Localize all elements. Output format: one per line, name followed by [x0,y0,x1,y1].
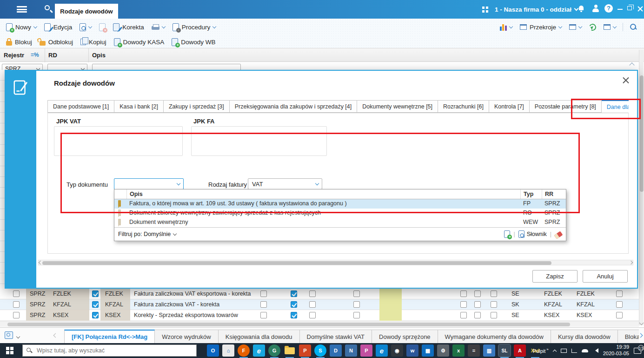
dropdown-col-opis[interactable]: Opis [126,189,520,199]
soneta-app-icon[interactable]: SL [498,344,511,357]
help-icon[interactable] [604,4,613,13]
network-tray-icon[interactable] [571,349,577,353]
save-button[interactable]: Zapisz [532,270,578,283]
tab-dane-dla-jpk[interactable]: Dane dla JPK [9] [602,100,629,113]
row-checkbox[interactable] [491,290,497,297]
show-hidden-icons-chevron[interactable] [552,349,556,353]
word-icon[interactable]: w [406,344,418,357]
paint-icon[interactable]: P [360,344,372,357]
calculator-icon[interactable]: = [468,344,480,357]
filter-icon[interactable] [31,52,39,58]
tab-dane-podstawowe[interactable]: Dane podstawowe [1] [47,100,114,113]
bottom-tab-wzorce-wydrukow[interactable]: Wzorce wydruków [155,330,218,344]
row-checkbox[interactable] [474,312,481,318]
close-button[interactable] [637,6,643,12]
dropdown-col-rr[interactable]: RR [542,189,566,199]
powerpoint-icon[interactable]: P [299,344,311,357]
outlook-icon[interactable]: O [207,344,219,357]
slownik-button[interactable]: Słownik [527,231,547,237]
globe-app-icon[interactable]: G [268,344,280,357]
desktop-toolbar-label[interactable]: Pulpit» [533,347,549,354]
dropdown-row[interactable]: Faktura, o której mowa w art. 109 ust. 3… [114,199,566,209]
notes-icon[interactable]: N [345,344,357,357]
notifications-bell-icon[interactable] [578,5,585,13]
checkbox-checked[interactable] [291,312,297,318]
row-checkbox[interactable] [353,301,360,308]
restore-button[interactable] [627,6,632,10]
dialog-horizontal-scrollbar[interactable] [38,260,633,265]
row-checkbox[interactable] [13,301,20,308]
table-row[interactable]: SPRZ KFZAL KFZAL Faktura zaliczkowa VAT … [0,299,639,310]
typ-dokumentu-combo[interactable] [114,178,184,189]
internet-explorer-icon[interactable]: e [253,344,265,357]
user-profile-icon[interactable] [592,5,599,12]
tab-pozostale-parametry[interactable]: Pozostałe parametry [8] [530,100,602,113]
unlock-button[interactable]: Odblokuj [36,36,76,48]
checkbox-checked[interactable] [291,301,297,308]
copy-button[interactable]: Kopiuj [77,36,110,48]
tab-kontrola[interactable]: Kontrola [7] [489,100,530,113]
dropdown-row[interactable]: Dokument wewnętrzny WEW SPRZ [114,218,566,227]
clear-icon[interactable] [554,231,563,239]
vertical-scrollbar[interactable] [639,50,644,325]
dictionary-search-icon[interactable] [518,230,524,238]
row-checkbox[interactable] [616,301,623,308]
scroll-tabs-right-arrow[interactable] [638,333,643,338]
dropdown-col-typ[interactable]: Typ [520,189,542,199]
row-checkbox[interactable] [13,312,20,318]
firefox-icon[interactable]: F [238,344,250,357]
column-header-opis[interactable]: Opis [92,52,106,59]
search-panel-icon[interactable] [5,331,13,339]
dialog-close-icon[interactable] [622,76,630,84]
cancel-button[interactable]: Anuluj [583,270,628,283]
start-button[interactable] [6,347,13,354]
row-checkbox[interactable] [260,301,267,308]
excel-icon[interactable]: x [452,344,465,357]
open-module-tab[interactable]: Rodzaje dowodów [55,4,118,19]
file-explorer-icon[interactable] [284,344,296,357]
collapse-toolbar-icon[interactable] [627,61,637,67]
edit-button[interactable]: Edycja [41,21,76,33]
row-checkbox[interactable] [474,290,481,297]
checkbox-checked[interactable] [92,312,99,318]
row-checkbox[interactable] [474,301,481,308]
lock-button[interactable]: Blokuj [3,36,35,48]
row-checkbox[interactable] [460,290,467,297]
scrollbar-thumb[interactable] [640,75,644,192]
display-tray-icon[interactable] [561,349,567,353]
tab-zakupy-i-sprzedaz[interactable]: Zakupy i sprzedaż [3] [164,100,230,113]
column-header-rejestr[interactable]: Rejestr [4,52,24,59]
tab-przeksiegowania[interactable]: Przeksięgowania dla zakupów i sprzedaży … [230,100,358,113]
report-app-icon[interactable]: ▥ [483,344,495,357]
apps-grid-icon[interactable] [482,7,488,13]
bottom-tab-kursy[interactable]: Kursy dla dowodów [551,330,618,344]
column-header-rd[interactable]: RD [48,52,57,59]
taskbar-search[interactable] [22,344,197,357]
row-checkbox[interactable] [353,312,360,318]
action-center-icon[interactable]: 13 [634,348,641,354]
scroll-left-arrow[interactable] [39,261,42,264]
scroll-right-arrow[interactable] [629,261,633,264]
tab-dokumenty-wewnetrzne[interactable]: Dokumenty wewnętrzne [5] [357,100,438,113]
preview-button[interactable] [76,21,95,33]
devices-icon[interactable]: D [330,344,342,357]
acrobat-icon[interactable]: A [514,344,526,357]
search-icon[interactable] [45,5,53,14]
checkbox-checked[interactable] [92,290,99,297]
views-button[interactable]: Przekroje [517,21,565,33]
procedures-button[interactable]: Procedury [169,21,219,33]
checkbox-checked[interactable] [92,301,99,308]
minimize-button[interactable] [617,9,623,10]
row-checkbox[interactable] [260,312,267,318]
print-button[interactable] [148,21,168,33]
window-settings-button[interactable] [566,21,585,33]
dowody-kasa-button[interactable]: Dowody KASA [111,36,168,48]
bottom-tab-wymagane-dokumenty[interactable]: Wymagane dokumenty dla dowodów [438,330,551,344]
add-entry-icon[interactable] [504,230,510,238]
row-checkbox[interactable] [491,301,497,308]
row-checkbox[interactable] [616,290,623,297]
row-checkbox[interactable] [353,290,360,297]
tab-rozrachunki[interactable]: Rozrachunki [6] [438,100,489,113]
calendar-icon[interactable]: ▦ [422,344,434,357]
taskbar-search-input[interactable] [36,347,193,354]
